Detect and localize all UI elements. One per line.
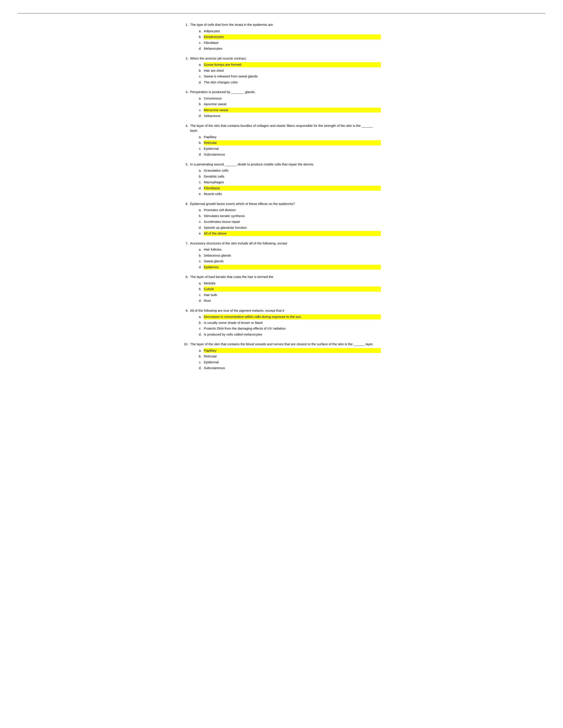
option-text-4-3: Epidermal [204,146,381,151]
option-letter-9-4: d. [197,332,201,337]
option-text-3-3: Merocrine sweat [204,108,381,113]
question-body-6: Epidermal growth factor exerts which of … [190,201,381,206]
question-9: 9.All of the following are true of the p… [182,308,381,337]
option-letter-3-3: c. [197,108,201,113]
option-letter-10-1: a. [197,348,201,353]
option-text-3-2: Apocrine sweat [204,102,381,107]
option-text-8-2: Cuticle [204,287,381,292]
options-list-2: a.Goose bumps are formedb.Hair are shedc… [197,62,381,85]
option-letter-6-5: e. [197,231,201,236]
question-number-5: 5. [182,162,188,167]
option-text-7-1: Hair follicles [204,247,381,252]
option-item-2-1: a.Goose bumps are formed [197,62,381,67]
question-number-6: 6. [182,201,188,206]
question-1: 1.The type of cells that form the strata… [182,22,381,51]
option-text-8-1: Medulla [204,281,381,286]
quiz-container: 1.The type of cells that form the strata… [182,22,381,371]
option-letter-1-3: c. [197,40,201,45]
option-text-6-2: Stimulates keratin synthesis [204,214,381,219]
option-text-6-3: Accelerates tissue repair [204,219,381,224]
option-item-8-4: d.Root [197,298,381,303]
question-number-10: 10. [182,342,188,347]
question-number-1: 1. [182,22,188,27]
options-list-5: a.Granulation cellsb.Dendritic cellsc.Ma… [197,168,381,197]
option-item-4-3: c.Epidermal [197,146,381,151]
option-item-3-4: d.Sebaceous [197,113,381,118]
option-letter-7-2: b. [197,253,201,258]
option-text-10-3: Epidermal [204,360,381,365]
option-item-10-3: c.Epidermal [197,360,381,365]
option-item-9-4: d.Is produced by cells called melanocyte… [197,332,381,337]
option-text-6-4: Speeds up glandular function [204,225,381,230]
option-letter-6-2: b. [197,214,201,219]
options-list-3: a.Ceruminousb.Apocrine sweatc.Merocrine … [197,96,381,118]
option-text-2-4: The skin changes color [204,80,381,85]
question-5: 5.In a penetrating wound, ______ divide … [182,162,381,197]
question-6: 6.Epidermal growth factor exerts which o… [182,201,381,236]
question-number-8: 8. [182,274,188,280]
option-text-2-3: Sweat is released from sweat glands [204,74,381,79]
option-letter-4-2: b. [197,140,201,145]
option-text-3-4: Sebaceous [204,113,381,118]
option-text-4-1: Papillary [204,135,381,140]
option-item-8-2: b.Cuticle [197,287,381,292]
question-8: 8.The layer of hard keratin that coats t… [182,274,381,303]
option-item-4-2: b.Reticular [197,140,381,145]
option-text-7-3: Sweat glands [204,259,381,264]
option-text-5-2: Dendritic cells [204,174,381,179]
option-item-2-3: c.Sweat is released from sweat glands [197,74,381,79]
option-letter-2-1: a. [197,62,201,67]
question-body-1: The type of cells that form the strata i… [190,22,381,27]
option-letter-3-4: d. [197,113,201,118]
option-text-4-4: Subcutaneous [204,152,381,157]
option-item-4-1: a.Papillary [197,135,381,140]
option-item-1-3: c.Fibroblast [197,40,381,45]
option-item-5-2: b.Dendritic cells [197,174,381,179]
option-text-9-3: Protects DNA from the damaging effects o… [204,326,381,331]
option-item-6-1: a.Promotes cell division [197,208,381,213]
option-letter-4-3: c. [197,146,201,151]
option-text-10-4: Subcutaneous [204,366,381,371]
question-body-2: When the arrector pili muscle contract, [190,56,381,61]
options-list-7: a.Hair folliclesb.Sebaceous glandsc.Swea… [197,247,381,270]
option-item-6-2: b.Stimulates keratin synthesis [197,214,381,219]
option-letter-8-2: b. [197,287,201,292]
option-letter-4-1: a. [197,135,201,140]
option-text-9-2: Is usually some shade of brown or black [204,320,381,325]
option-letter-2-2: b. [197,68,201,73]
question-body-7: Accessory structures of the skin include… [190,241,381,246]
option-text-10-1: Papillary [204,348,381,353]
question-body-5: In a penetrating wound, ______ divide to… [190,162,381,167]
option-item-7-4: d.Epidermis [197,265,381,270]
option-item-4-4: d.Subcutaneous [197,152,381,157]
option-letter-3-2: b. [197,102,201,107]
option-letter-2-4: d. [197,80,201,85]
option-text-3-1: Ceruminous [204,96,381,101]
option-letter-5-1: a. [197,168,201,173]
option-text-5-5: Muscle cells [204,191,381,197]
options-list-1: a.Adipocytesb.Keratinocytesc.Fibroblastd… [197,29,381,51]
question-number-9: 9. [182,308,188,313]
option-letter-7-1: a. [197,247,201,252]
option-letter-3-1: a. [197,96,201,101]
option-letter-5-5: e. [197,191,201,197]
option-item-10-1: a.Papillary [197,348,381,353]
option-item-2-2: b.Hair are shed [197,68,381,73]
option-text-6-1: Promotes cell division [204,208,381,213]
option-text-2-1: Goose bumps are formed [204,62,381,67]
question-4: 4.The layer of the skin that contains bu… [182,123,381,157]
option-item-1-1: a.Adipocytes [197,29,381,34]
option-letter-6-3: c. [197,219,201,224]
option-item-5-5: e.Muscle cells [197,191,381,197]
option-text-1-3: Fibroblast [204,40,381,45]
option-text-8-4: Root [204,298,381,303]
option-item-7-2: b.Sebaceous glands [197,253,381,258]
option-item-7-1: a.Hair follicles [197,247,381,252]
options-list-8: a.Medullab.Cuticlec.Hair bulbd.Root [197,281,381,303]
question-2: 2.When the arrector pili muscle contract… [182,56,381,85]
option-letter-6-4: d. [197,225,201,230]
option-item-3-2: b.Apocrine sweat [197,102,381,107]
option-text-4-2: Reticular [204,140,381,145]
option-text-5-1: Granulation cells [204,168,381,173]
option-item-7-3: c.Sweat glands [197,259,381,264]
